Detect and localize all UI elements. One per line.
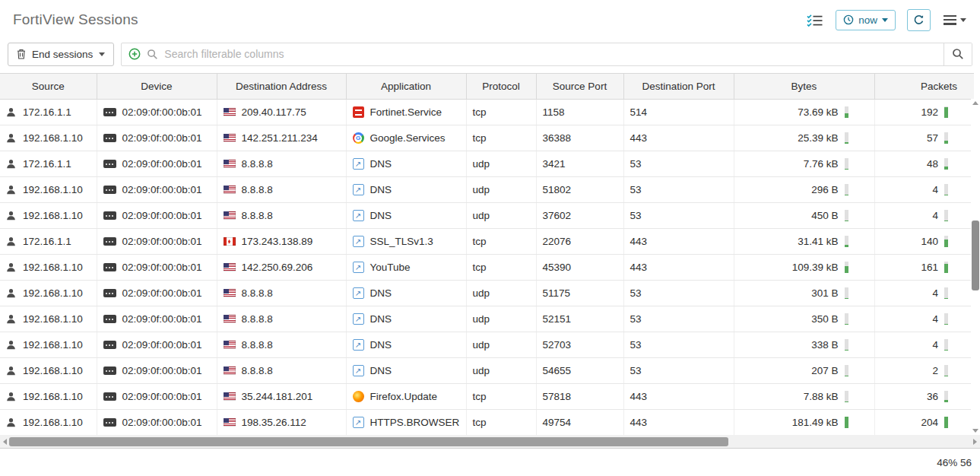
- packets-bar-fill: [944, 417, 948, 428]
- packets-value: 161: [921, 262, 938, 273]
- device-mac: 02:09:0f:00:0b:01: [122, 236, 202, 247]
- column-header-application[interactable]: Application: [346, 74, 466, 100]
- protocol-value: udp: [473, 365, 490, 376]
- protocol-value: tcp: [473, 132, 487, 144]
- packets-bar-fill: [944, 221, 948, 222]
- application-name: SSL_TLSv1.3: [370, 236, 433, 247]
- flag-us-icon: [224, 315, 236, 323]
- protocol-value: tcp: [473, 236, 487, 247]
- column-header-source-port[interactable]: Source Port: [536, 74, 623, 100]
- source-port-value: 1158: [543, 106, 565, 118]
- packets-value: 4: [932, 313, 938, 325]
- session-row[interactable]: 192.168.1.10 02:09:0f:00:0b:01 142.250.6…: [0, 255, 974, 281]
- bytes-bar-fill: [845, 195, 848, 196]
- application-name: DNS: [370, 158, 392, 170]
- column-header-source[interactable]: Source: [0, 74, 97, 100]
- bytes-value: 7.76 kB: [804, 158, 839, 170]
- device-mac-icon: [103, 108, 116, 116]
- application-name: Firefox.Update: [370, 391, 438, 402]
- refresh-button[interactable]: [907, 9, 931, 31]
- scroll-left-arrow-icon[interactable]: [3, 439, 7, 445]
- flag-us-icon: [224, 418, 236, 427]
- column-header-protocol[interactable]: Protocol: [466, 74, 536, 100]
- horizontal-scrollbar-thumb[interactable]: [9, 437, 728, 446]
- session-row[interactable]: 192.168.1.10 02:09:0f:00:0b:01 8.8.8.8 D…: [0, 358, 974, 384]
- sessions-table-body: 172.16.1.1 02:09:0f:00:0b:01 209.40.117.…: [0, 100, 974, 436]
- source-ip: 192.168.1.10: [23, 391, 83, 402]
- session-row[interactable]: 192.168.1.10 02:09:0f:00:0b:01 35.244.18…: [0, 384, 974, 410]
- packets-value: 57: [927, 132, 938, 144]
- packets-bar: [944, 313, 948, 325]
- column-settings-button[interactable]: [805, 12, 824, 28]
- scroll-down-arrow-icon[interactable]: [972, 429, 978, 433]
- add-filter-icon: [128, 48, 141, 60]
- protocol-value: udp: [473, 158, 490, 170]
- flag-us-icon: [224, 392, 236, 401]
- session-row[interactable]: 172.16.1.1 02:09:0f:00:0b:01 209.40.117.…: [0, 100, 974, 125]
- user-icon: [6, 107, 16, 117]
- protocol-value: udp: [473, 339, 490, 351]
- column-header-destination-port[interactable]: Destination Port: [623, 74, 734, 100]
- session-row[interactable]: 192.168.1.10 02:09:0f:00:0b:01 8.8.8.8 D…: [0, 332, 974, 358]
- source-port-value: 37602: [543, 210, 572, 221]
- session-row[interactable]: 192.168.1.10 02:09:0f:00:0b:01 8.8.8.8 D…: [0, 306, 974, 332]
- column-header-bytes[interactable]: Bytes: [734, 74, 874, 100]
- destination-ip: 142.250.69.206: [242, 262, 313, 273]
- search-button[interactable]: [944, 43, 972, 65]
- chevron-down-icon: [960, 18, 966, 22]
- source-port-value: 54655: [543, 365, 572, 376]
- destination-ip: 173.243.138.89: [242, 236, 313, 247]
- session-row[interactable]: 192.168.1.10 02:09:0f:00:0b:01 8.8.8.8 D…: [0, 203, 974, 229]
- scroll-right-arrow-icon[interactable]: [973, 439, 977, 445]
- application-name: YouTube: [370, 262, 411, 273]
- packets-bar: [944, 210, 948, 221]
- column-header-device[interactable]: Device: [97, 74, 217, 100]
- application-name: DNS: [370, 184, 392, 195]
- scroll-up-arrow-icon[interactable]: [972, 101, 978, 105]
- source-ip: 192.168.1.10: [23, 184, 83, 195]
- vertical-scrollbar[interactable]: [971, 99, 980, 435]
- end-sessions-button[interactable]: End sessions: [8, 43, 114, 66]
- ssl-app-icon: [353, 236, 364, 247]
- session-row[interactable]: 192.168.1.10 02:09:0f:00:0b:01 198.35.26…: [0, 410, 974, 436]
- user-icon: [6, 185, 16, 195]
- firefox-app-icon: [353, 391, 364, 402]
- menu-button[interactable]: [942, 14, 968, 27]
- destination-ip: 35.244.181.201: [242, 391, 313, 402]
- user-icon: [6, 288, 16, 298]
- device-mac-icon: [103, 263, 116, 271]
- source-ip: 192.168.1.10: [23, 313, 83, 325]
- packets-value: 204: [921, 417, 938, 428]
- bytes-bar: [845, 236, 848, 247]
- device-mac: 02:09:0f:00:0b:01: [122, 158, 202, 170]
- time-range-button[interactable]: now: [836, 10, 896, 30]
- source-ip: 192.168.1.10: [23, 262, 83, 273]
- destination-port-value: 53: [630, 210, 642, 221]
- column-header-destination-address[interactable]: Destination Address: [217, 74, 346, 100]
- vertical-scrollbar-thumb[interactable]: [972, 221, 979, 290]
- bytes-value: 25.39 kB: [798, 132, 838, 144]
- add-filter-button[interactable]: [128, 48, 141, 60]
- search-input[interactable]: [164, 43, 944, 65]
- session-row[interactable]: 172.16.1.1 02:09:0f:00:0b:01 8.8.8.8 DNS…: [0, 151, 974, 177]
- column-header-packets[interactable]: Packets: [874, 74, 974, 100]
- bytes-bar: [845, 313, 848, 325]
- bytes-value: 181.49 kB: [792, 417, 839, 428]
- source-port-value: 3421: [543, 158, 566, 170]
- session-row[interactable]: 192.168.1.10 02:09:0f:00:0b:01 142.251.2…: [0, 125, 974, 151]
- table-header-row: Source Device Destination Address Applic…: [0, 74, 974, 100]
- horizontal-scrollbar[interactable]: [0, 435, 980, 448]
- packets-bar-fill: [944, 400, 948, 402]
- session-row[interactable]: 192.168.1.10 02:09:0f:00:0b:01 8.8.8.8 D…: [0, 177, 974, 203]
- destination-port-value: 53: [630, 339, 642, 351]
- session-row[interactable]: 192.168.1.10 02:09:0f:00:0b:01 8.8.8.8 D…: [0, 281, 974, 306]
- bytes-value: 301 B: [811, 287, 838, 299]
- bytes-bar: [845, 210, 848, 221]
- session-row[interactable]: 172.16.1.1 02:09:0f:00:0b:01 173.243.138…: [0, 229, 974, 255]
- refresh-icon: [913, 14, 924, 26]
- source-ip: 192.168.1.10: [23, 287, 83, 299]
- user-icon: [6, 417, 16, 427]
- packets-bar-fill: [944, 264, 948, 273]
- bytes-value: 350 B: [811, 313, 838, 325]
- packets-bar-fill: [944, 350, 948, 351]
